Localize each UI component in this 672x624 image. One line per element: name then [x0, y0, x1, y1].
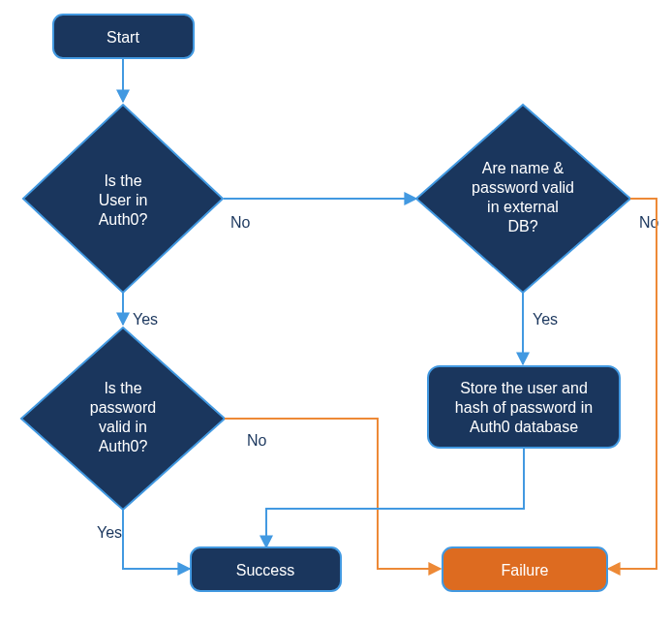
decision-user-in-auth0: Is the User in Auth0? — [23, 105, 223, 293]
svg-text:Auth0 database: Auth0 database — [470, 419, 578, 435]
edge-d1-no-label: No — [230, 214, 251, 231]
svg-text:Is the: Is the — [104, 380, 141, 396]
svg-text:Is the: Is the — [104, 172, 141, 189]
flowchart: Start Is the User in Auth0? No Are name … — [0, 0, 672, 624]
svg-text:Are name &: Are name & — [482, 160, 565, 176]
edge-d1-yes-label: Yes — [133, 311, 158, 328]
svg-text:Store the user and: Store the user and — [460, 380, 588, 396]
svg-text:User in: User in — [99, 192, 148, 208]
start-node: Start — [53, 15, 194, 58]
svg-text:DB?: DB? — [507, 218, 537, 234]
edge-d2-yes-label: Yes — [533, 311, 558, 328]
svg-text:hash of password in: hash of password in — [455, 399, 593, 416]
connector-d3-success — [123, 510, 190, 569]
svg-text:in external: in external — [487, 199, 559, 215]
failure-label: Failure — [502, 562, 549, 578]
success-label: Success — [236, 562, 294, 578]
connector-store-success — [266, 448, 524, 547]
edge-d3-yes-label: Yes — [97, 524, 122, 541]
svg-text:Auth0?: Auth0? — [99, 438, 148, 454]
store-node: Store the user and hash of password in A… — [428, 366, 620, 448]
failure-node: Failure — [443, 547, 607, 591]
svg-text:Auth0?: Auth0? — [99, 211, 148, 228]
svg-text:password valid: password valid — [472, 179, 574, 196]
svg-text:valid in: valid in — [99, 419, 147, 435]
decision-password-auth0: Is the password valid in Auth0? — [21, 328, 225, 510]
decision-external-db: Are name & password valid in external DB… — [416, 105, 630, 293]
edge-d3-no-label: No — [247, 432, 267, 449]
success-node: Success — [191, 547, 341, 591]
svg-text:password: password — [90, 399, 156, 416]
start-label: Start — [107, 29, 139, 46]
